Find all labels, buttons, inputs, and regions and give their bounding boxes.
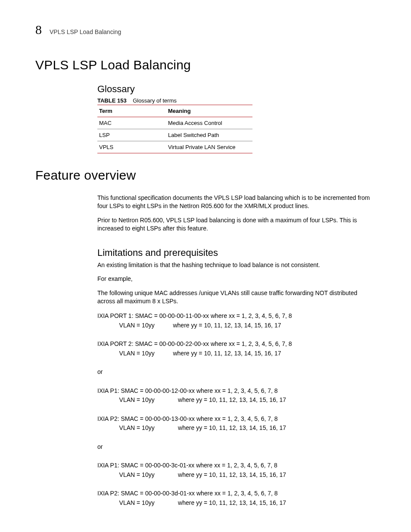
- table-row: LSP Label Switched Path: [97, 129, 252, 141]
- example-block: IXIA PORT 1: SMAC = 00-00-00-11-00-xx wh…: [97, 311, 377, 507]
- table-row: MAC Media Access Control: [97, 117, 252, 129]
- limitations-heading: Limitations and prerequisites: [97, 247, 377, 258]
- table-caption: TABLE 153 Glossary of terms: [97, 97, 377, 104]
- cell-meaning: Media Access Control: [166, 117, 252, 129]
- overview-para-1: This functional specification documents …: [97, 194, 377, 210]
- cell-meaning: Label Switched Path: [166, 129, 252, 141]
- limitations-para-2: For example,: [97, 275, 377, 283]
- table-caption-text: Glossary of terms: [133, 97, 177, 104]
- chapter-number: 8: [35, 22, 42, 37]
- col-meaning: Meaning: [166, 105, 252, 117]
- cell-term: MAC: [97, 117, 166, 129]
- col-term: Term: [97, 105, 166, 117]
- limitations-para-3: The following unique MAC addresses /uniq…: [97, 289, 377, 305]
- table-header-row: Term Meaning: [97, 105, 252, 117]
- overview-para-2: Prior to NetIron R05.600, VPLS LSP load …: [97, 216, 377, 233]
- running-header: 8 VPLS LSP Load Balancing: [35, 22, 377, 37]
- cell-meaning: Virtual Private LAN Service: [166, 141, 252, 153]
- glossary-heading: Glossary: [97, 84, 377, 95]
- table-number: TABLE 153: [97, 97, 127, 104]
- glossary-table: Term Meaning MAC Media Access Control LS…: [97, 105, 252, 153]
- table-row: VPLS Virtual Private LAN Service: [97, 141, 252, 153]
- running-title: VPLS LSP Load Balancing: [50, 28, 121, 35]
- section-title-overview: Feature overview: [35, 168, 377, 183]
- cell-term: LSP: [97, 129, 166, 141]
- cell-term: VPLS: [97, 141, 166, 153]
- section-title-vpls: VPLS LSP Load Balancing: [35, 58, 377, 72]
- limitations-para-1: An existing limitation is that the hashi…: [97, 261, 377, 269]
